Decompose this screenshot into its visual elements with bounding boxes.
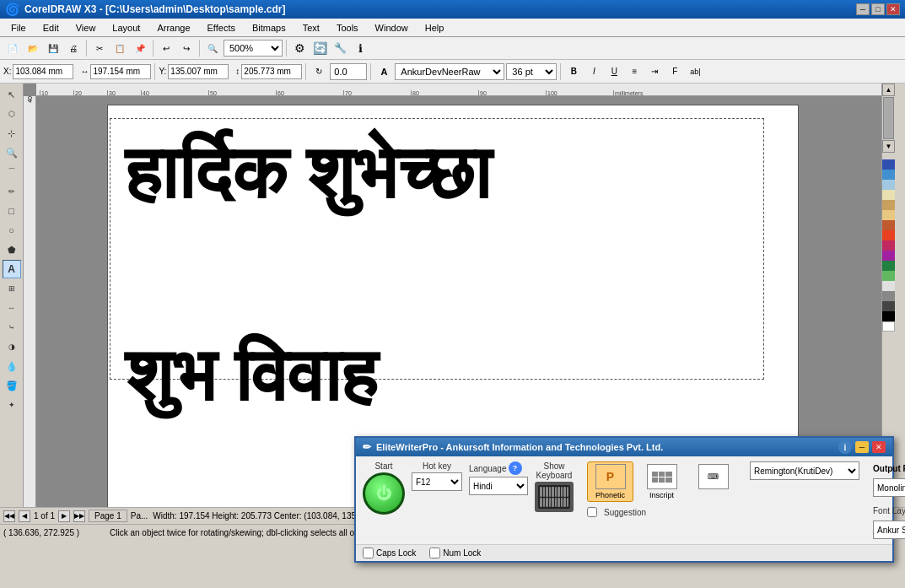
inscript-method-button[interactable]: Inscript [638,461,685,502]
swatch-darkgray[interactable] [882,301,895,311]
maximize-button[interactable]: □ [871,3,885,15]
menu-item-effects[interactable]: Effects [200,20,243,35]
new-button[interactable]: 📄 [3,39,22,57]
bold-button[interactable]: B [564,62,583,81]
eyedropper-tool[interactable]: 💧 [3,357,21,375]
scroll-thumb[interactable] [883,97,894,139]
swatch-lightgray[interactable] [882,281,895,291]
scrollbar-vertical[interactable]: ▲ ▼ [882,84,895,153]
indent-button[interactable]: ⇥ [645,62,664,81]
swatch-skyblue[interactable] [882,180,895,190]
info-icon-popup[interactable]: i [838,440,852,454]
swatch-cream[interactable] [882,190,895,200]
swatch-green[interactable] [882,261,895,271]
rotate-icon[interactable]: ↻ [310,62,328,81]
close-button[interactable]: ✕ [886,3,900,15]
menu-item-edit[interactable]: Edit [35,20,67,35]
underline-button[interactable]: U [605,62,623,81]
start-button[interactable]: ⏻ [363,472,405,515]
aa-button[interactable]: ab| [686,62,704,81]
swatch-red[interactable] [882,230,895,240]
font-name-select[interactable]: AnkurDevNeerRaw [395,63,504,80]
crop-tool[interactable]: ⊹ [3,124,21,143]
zoom-select[interactable]: 500% [224,40,283,57]
page-first-button[interactable]: ◀◀ [3,510,15,522]
minimize-popup-button[interactable]: ─ [855,441,869,453]
scroll-down-button[interactable]: ▼ [882,140,895,153]
menu-item-text[interactable]: Text [295,20,327,35]
swatch-purple[interactable] [882,251,895,261]
page-next-button[interactable]: ▶ [58,510,70,522]
redo-button[interactable]: ↪ [177,39,196,57]
menu-item-layout[interactable]: Layout [105,20,148,35]
menu-item-help[interactable]: Help [417,20,452,35]
dimension-tool[interactable]: ↔ [3,299,21,317]
font-size-select[interactable]: 36 pt [506,63,557,80]
rect-tool[interactable]: □ [3,202,21,220]
font-icon[interactable]: A [374,62,393,81]
curve-tool[interactable]: ⌒ [3,163,21,181]
minimize-button[interactable]: ─ [856,3,870,15]
x-input[interactable] [13,64,73,79]
shape-tool[interactable]: ⬡ [3,105,21,123]
print-button[interactable]: 🖨 [64,39,83,57]
close-popup-button[interactable]: ✕ [872,441,886,453]
menu-item-tools[interactable]: Tools [329,20,366,35]
font-layout-select[interactable]: Ankur Series [873,521,905,539]
hotkey-select[interactable]: F12 [412,472,462,491]
open-button[interactable]: 📂 [24,39,42,57]
w-input[interactable] [90,64,151,79]
menu-item-arrange[interactable]: Arrange [149,20,197,35]
language-help-button[interactable]: ? [509,461,522,475]
swatch-gray[interactable] [882,291,895,301]
text-tool[interactable]: A [3,260,21,278]
align-button[interactable]: ≡ [625,62,644,81]
y-input[interactable] [168,64,229,79]
copy-button[interactable]: 📋 [110,39,129,57]
table-tool[interactable]: ⊞ [3,279,21,298]
tools-icon[interactable]: 🔧 [331,39,349,57]
swatch-white[interactable] [882,321,895,332]
cut-button[interactable]: ✂ [90,39,109,57]
scroll-up-button[interactable]: ▲ [882,84,895,96]
info-icon[interactable]: ℹ [351,39,369,57]
typewriter-method-button[interactable]: ⌨ [690,461,736,502]
poly-tool[interactable]: ⬟ [3,240,21,259]
page-last-button[interactable]: ▶▶ [73,510,85,522]
menu-item-window[interactable]: Window [368,20,416,35]
zoom-button[interactable]: 🔍 [203,39,222,57]
undo-button[interactable]: ↩ [157,39,175,57]
swatch-yellow[interactable] [882,210,895,220]
h-input[interactable] [241,64,302,79]
refresh-icon[interactable]: 🔄 [310,39,329,57]
settings-icon[interactable]: ⚙ [290,39,309,57]
italic-button[interactable]: I [584,62,603,81]
page-prev-button[interactable]: ◀ [19,510,30,522]
remington-select[interactable]: Remington(KrutiDev) [750,461,859,480]
select-tool[interactable]: ↖ [3,85,21,104]
smart-draw-tool[interactable]: ✏ [3,182,21,201]
interactive-tool[interactable]: ✦ [3,396,21,414]
fill-tool[interactable]: 🪣 [3,376,21,395]
blend-tool[interactable]: ◑ [3,337,21,356]
suggestion-checkbox[interactable] [587,507,597,517]
swatch-orange[interactable] [882,220,895,230]
ellipse-tool[interactable]: ○ [3,221,21,240]
keyboard-icon[interactable] [535,482,574,512]
swatch-black[interactable] [882,311,895,321]
rotation-input[interactable] [330,63,367,80]
swatch-lightgreen[interactable] [882,271,895,281]
save-button[interactable]: 💾 [44,39,62,57]
swatch-lightblue[interactable] [882,170,895,180]
connector-tool[interactable]: ⤷ [3,318,21,337]
output-font-select[interactable]: Monolingual [873,478,905,497]
paste-button[interactable]: 📌 [131,39,149,57]
language-select[interactable]: Hindi Marathi [469,477,528,495]
style-button[interactable]: F [665,62,684,81]
phonetic-method-button[interactable]: P Phonetic [587,461,633,502]
menu-item-bitmaps[interactable]: Bitmaps [245,20,294,35]
zoom-tool[interactable]: 🔍 [3,143,21,162]
menu-item-view[interactable]: View [68,20,104,35]
menu-item-file[interactable]: File [3,20,34,35]
swatch-gold[interactable] [882,200,895,210]
